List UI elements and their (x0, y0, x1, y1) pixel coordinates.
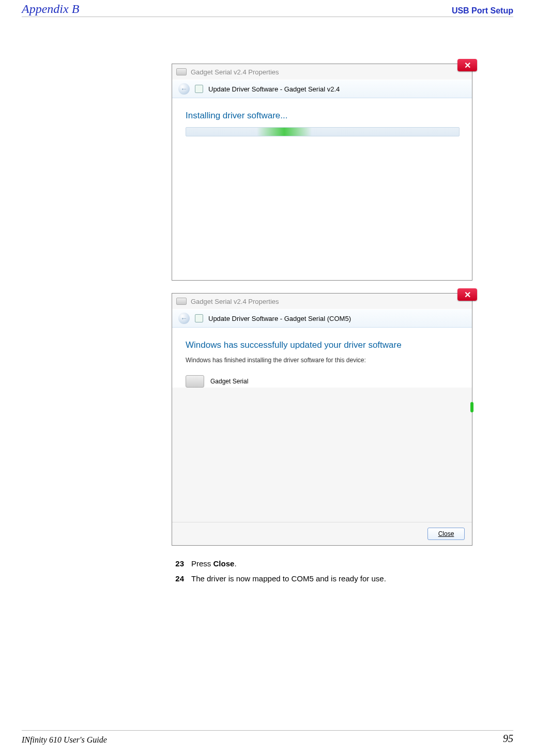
page-number: 95 (503, 733, 513, 745)
back-icon[interactable]: ← (178, 83, 190, 95)
wizard-button-bar: Close (172, 522, 472, 545)
figure-success: ✕ Gadget Serial v2.4 Properties ← Update… (172, 293, 472, 546)
device-icon (186, 375, 204, 388)
figure-installing: ✕ Gadget Serial v2.4 Properties ← Update… (172, 64, 472, 281)
background-window-title: Gadget Serial v2.4 Properties (172, 64, 472, 80)
wizard-breadcrumb: ← Update Driver Software - Gadget Serial… (172, 80, 472, 98)
annotation-highlight (470, 402, 473, 412)
instruction-steps: 23 Press Close. 24 The driver is now map… (172, 558, 513, 584)
appendix-title: Appendix B (22, 2, 79, 16)
wizard-heading: Installing driver software... (186, 111, 458, 121)
step-23: 23 Press Close. (172, 558, 513, 569)
driver-disk-icon (195, 314, 203, 322)
wizard-subtext: Windows has finished installing the driv… (186, 357, 458, 364)
progress-bar (186, 127, 460, 136)
wizard-title: Update Driver Software - Gadget Serial (… (208, 315, 351, 322)
footer-doc-title: INfinity 610 User's Guide (22, 735, 107, 745)
step-number: 24 (172, 573, 184, 584)
background-window-title-text: Gadget Serial v2.4 Properties (191, 298, 279, 305)
section-title: USB Port Setup (452, 2, 513, 16)
back-icon[interactable]: ← (178, 313, 190, 324)
wizard-heading: Windows has successfully updated your dr… (186, 340, 458, 350)
footer-prefix: IN (22, 735, 30, 744)
step-text: Press Close. (191, 558, 237, 569)
footer-suffix: 610 User's Guide (47, 735, 107, 744)
step-24: 24 The driver is now mapped to COM5 and … (172, 573, 513, 584)
progress-fill (257, 128, 312, 136)
close-button[interactable]: Close (427, 528, 465, 540)
step-text: The driver is now mapped to COM5 and is … (191, 573, 386, 584)
wizard-title: Update Driver Software - Gadget Serial v… (208, 85, 340, 93)
step-number: 23 (172, 558, 184, 569)
background-window-title: Gadget Serial v2.4 Properties (172, 294, 472, 309)
window-icon (176, 68, 187, 75)
driver-disk-icon (195, 85, 203, 93)
wizard-breadcrumb: ← Update Driver Software - Gadget Serial… (172, 309, 472, 328)
step-text-bold: Close (213, 559, 235, 568)
window-icon (176, 298, 187, 305)
step-text-part: Press (191, 559, 213, 568)
footer-italic: finity (30, 735, 47, 744)
background-window-title-text: Gadget Serial v2.4 Properties (191, 68, 279, 76)
step-text-part: . (234, 559, 236, 568)
device-name: Gadget Serial (210, 378, 248, 385)
